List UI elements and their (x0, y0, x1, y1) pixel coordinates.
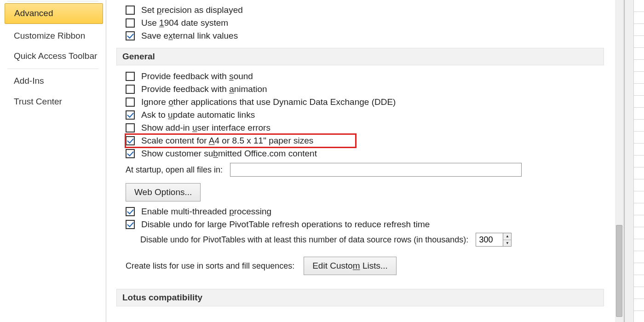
sidebar-separator (7, 69, 98, 69)
sidebar-item-trust-center[interactable]: Trust Center (0, 92, 106, 112)
sidebar-item-label: Trust Center (14, 97, 62, 106)
section-header-lotus: Lotus compatibility (116, 289, 604, 306)
scrollbar-thumb[interactable] (616, 225, 622, 317)
sidebar-separator (7, 1, 98, 1)
general-options: Provide feedback with sound Provide feed… (126, 70, 613, 283)
checkbox-label: Ignore other applications that use Dynam… (141, 97, 396, 107)
checkbox-show-addin-errors[interactable]: Show add-in user interface errors (126, 121, 613, 134)
top-options: Set precision as displayed Use 1904 date… (126, 4, 613, 42)
checkbox-label: Scale content for A4 or 8.5 x 11" paper … (141, 136, 313, 146)
checkbox-scale-content-a4[interactable]: Scale content for A4 or 8.5 x 11" paper … (126, 134, 356, 147)
checkbox-set-precision[interactable]: Set precision as displayed (126, 4, 613, 17)
checkbox-feedback-sound[interactable]: Provide feedback with sound (126, 70, 613, 83)
lists-label: Create lists for use in sorts and fill s… (126, 261, 294, 271)
checkbox-label: Save external link values (141, 31, 238, 41)
checkbox-ignore-dde[interactable]: Ignore other applications that use Dynam… (126, 96, 613, 109)
checkbox-ask-update-links[interactable]: Ask to update automatic links (126, 109, 613, 121)
checkbox-icon (126, 85, 135, 94)
background-spreadsheet (624, 0, 644, 322)
custom-lists-row: Create lists for use in sorts and fill s… (126, 248, 613, 283)
checkbox-feedback-animation[interactable]: Provide feedback with animation (126, 83, 613, 96)
checkbox-label: Disable undo for large PivotTable refres… (141, 219, 430, 230)
checkbox-disable-undo-pivot[interactable]: Disable undo for large PivotTable refres… (126, 218, 613, 231)
checkbox-1904-date-system[interactable]: Use 1904 date system (126, 17, 613, 29)
checkbox-icon (126, 110, 135, 120)
checkbox-icon (126, 136, 135, 145)
options-dialog: Language Advanced Customize Ribbon Quick… (0, 0, 624, 322)
panel-scrollbar[interactable] (615, 0, 623, 322)
checkbox-icon (126, 31, 135, 40)
sidebar-item-customize-ribbon[interactable]: Customize Ribbon (0, 26, 106, 46)
checkbox-label: Ask to update automatic links (141, 110, 255, 120)
checkbox-icon (126, 18, 135, 28)
window-scrollbar[interactable] (625, 0, 634, 322)
web-options-button[interactable]: Web Options... (126, 183, 201, 201)
checkbox-icon (126, 220, 135, 229)
checkbox-icon (126, 6, 135, 15)
checkbox-label: Set precision as displayed (141, 5, 243, 15)
pivot-undo-threshold-row: Disable undo for PivotTables with at lea… (140, 231, 613, 248)
checkbox-label: Provide feedback with sound (141, 71, 253, 81)
spinner-input[interactable] (476, 233, 503, 246)
edit-custom-lists-button[interactable]: Edit Custom Lists... (304, 257, 397, 275)
checkbox-icon (126, 72, 135, 81)
spinner-arrows[interactable]: ▲▼ (503, 233, 511, 246)
startup-open-files-row: At startup, open all files in: (126, 160, 613, 179)
checkbox-label: Show customer submitted Office.com conte… (141, 149, 317, 159)
sidebar-item-advanced[interactable]: Advanced (5, 3, 103, 24)
checkbox-icon (126, 98, 135, 107)
checkbox-save-external-link-values[interactable]: Save external link values (126, 29, 613, 42)
checkbox-label: Use 1904 date system (141, 18, 228, 28)
checkbox-label: Show add-in user interface errors (141, 123, 270, 133)
checkbox-icon (126, 149, 135, 158)
options-main-panel: Set precision as displayed Use 1904 date… (106, 0, 623, 322)
sidebar-item-label: Quick Access Toolbar (14, 51, 97, 61)
section-header-general: General (116, 48, 604, 65)
startup-folder-input[interactable] (230, 163, 522, 177)
checkbox-icon (126, 123, 135, 132)
sidebar-item-quick-access-toolbar[interactable]: Quick Access Toolbar (0, 46, 106, 67)
checkbox-label: Enable multi-threaded processing (141, 207, 271, 217)
checkbox-multi-threaded[interactable]: Enable multi-threaded processing (126, 205, 613, 218)
spin-label: Disable undo for PivotTables with at lea… (140, 235, 468, 245)
checkbox-show-office-com-content[interactable]: Show customer submitted Office.com conte… (126, 147, 613, 160)
pivot-undo-threshold-spinner[interactable]: ▲▼ (476, 233, 512, 247)
startup-label: At startup, open all files in: (126, 165, 223, 175)
spreadsheet-cells (634, 0, 644, 322)
checkbox-icon (126, 207, 135, 216)
arrow-down-icon[interactable]: ▼ (503, 240, 511, 247)
sidebar-item-label: Customize Ribbon (14, 31, 85, 40)
arrow-up-icon[interactable]: ▲ (503, 233, 511, 240)
sidebar-item-label: Advanced (14, 8, 53, 18)
sidebar-item-add-ins[interactable]: Add-Ins (0, 71, 106, 92)
checkbox-label: Provide feedback with animation (141, 84, 267, 94)
sidebar-item-label: Add-Ins (14, 76, 44, 86)
options-sidebar: Language Advanced Customize Ribbon Quick… (0, 0, 106, 322)
